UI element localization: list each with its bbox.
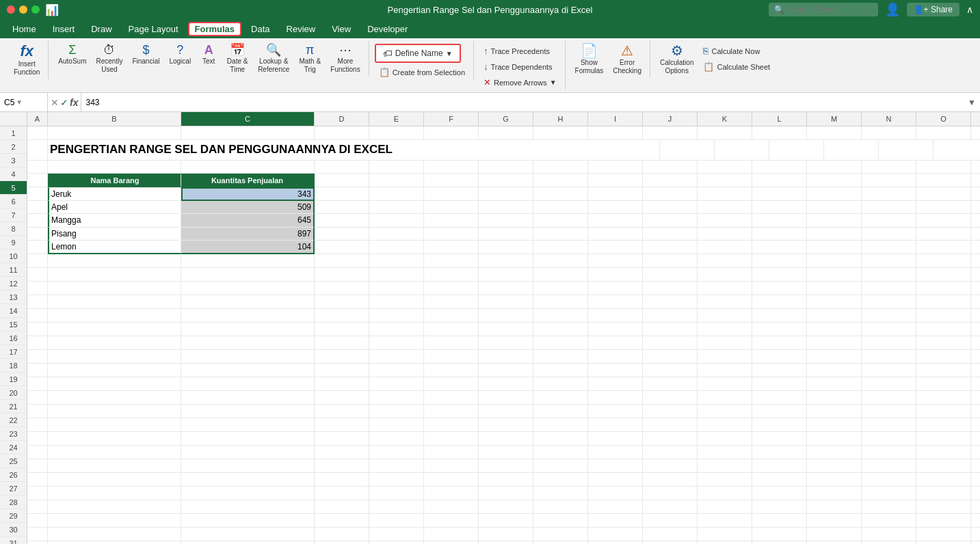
cell-b5[interactable]: Jeruk <box>48 187 181 201</box>
cell-n7[interactable] <box>862 214 916 228</box>
cell-j12[interactable] <box>643 282 698 295</box>
cell-m27[interactable] <box>807 487 862 500</box>
cell-i5[interactable] <box>588 187 643 201</box>
cell-c9[interactable]: 104 <box>181 241 315 254</box>
cell-l25[interactable] <box>752 459 807 473</box>
cancel-formula-icon[interactable]: ✕ <box>51 97 59 108</box>
cell-g4[interactable] <box>479 174 533 187</box>
cell-e28[interactable] <box>369 500 424 514</box>
share-button[interactable]: 👤+ Share <box>907 3 959 16</box>
cell-e10[interactable] <box>369 254 424 268</box>
cell-i8[interactable] <box>588 228 643 241</box>
cell-f11[interactable] <box>424 268 479 282</box>
cell-l19[interactable] <box>752 377 807 391</box>
cell-p21[interactable] <box>971 405 980 418</box>
menu-data[interactable]: Data <box>244 22 276 36</box>
cell-e31[interactable] <box>369 541 424 544</box>
menu-review[interactable]: Review <box>280 22 323 36</box>
col-header-i[interactable]: I <box>588 112 643 126</box>
cell-p25[interactable] <box>971 459 980 473</box>
cell-c13[interactable] <box>181 295 315 309</box>
cell-c27[interactable] <box>181 487 315 500</box>
cell-m8[interactable] <box>807 228 862 241</box>
row-header-6[interactable]: 6 <box>0 195 27 208</box>
cell-a29[interactable] <box>27 514 48 528</box>
cell-m19[interactable] <box>807 377 862 391</box>
cell-c19[interactable] <box>181 377 315 391</box>
cell-p23[interactable] <box>971 432 980 446</box>
cell-b3[interactable] <box>48 161 181 174</box>
cell-j17[interactable] <box>643 350 698 364</box>
cell-c4-header[interactable]: Kuantitas Penjualan <box>181 174 315 187</box>
cell-m14[interactable] <box>807 309 862 323</box>
row-header-1[interactable]: 1 <box>0 126 27 140</box>
cell-a31[interactable] <box>27 541 48 544</box>
collapse-ribbon-button[interactable]: ∧ <box>966 4 973 15</box>
cell-d20[interactable] <box>315 391 369 405</box>
cell-b14[interactable] <box>48 309 181 323</box>
cell-a23[interactable] <box>27 432 48 446</box>
cell-m12[interactable] <box>807 282 862 295</box>
cell-i24[interactable] <box>588 446 643 459</box>
cell-a11[interactable] <box>27 268 48 282</box>
cell-o17[interactable] <box>916 350 971 364</box>
cell-f31[interactable] <box>424 541 479 544</box>
cell-m20[interactable] <box>807 391 862 405</box>
row-header-16[interactable]: 16 <box>0 331 27 345</box>
cell-i11[interactable] <box>588 268 643 282</box>
cell-d1[interactable] <box>315 126 369 140</box>
date-time-button[interactable]: 📅 Date &Time <box>222 41 252 77</box>
cell-e18[interactable] <box>369 364 424 377</box>
cell-m9[interactable] <box>807 241 862 254</box>
cell-i10[interactable] <box>588 254 643 268</box>
cell-e3[interactable] <box>369 161 424 174</box>
financial-button[interactable]: $ Financial <box>128 41 163 68</box>
cell-o16[interactable] <box>916 336 971 350</box>
cell-g13[interactable] <box>479 295 533 309</box>
cell-j19[interactable] <box>643 377 698 391</box>
col-header-o[interactable]: O <box>916 112 971 126</box>
cell-e17[interactable] <box>369 350 424 364</box>
col-header-a[interactable]: A <box>27 112 48 126</box>
cell-m26[interactable] <box>807 473 862 487</box>
cell-p8[interactable] <box>971 228 980 241</box>
error-checking-button[interactable]: ⚠ ErrorChecking <box>609 41 646 78</box>
row-header-26[interactable]: 26 <box>0 468 27 482</box>
cell-k24[interactable] <box>698 446 752 459</box>
cell-f15[interactable] <box>424 323 479 336</box>
cell-f12[interactable] <box>424 282 479 295</box>
cell-o7[interactable] <box>916 214 971 228</box>
cell-f20[interactable] <box>424 391 479 405</box>
cell-f26[interactable] <box>424 473 479 487</box>
cell-c12[interactable] <box>181 282 315 295</box>
cell-b16[interactable] <box>48 336 181 350</box>
cell-a12[interactable] <box>27 282 48 295</box>
cell-o13[interactable] <box>916 295 971 309</box>
cell-l17[interactable] <box>752 350 807 364</box>
cell-n31[interactable] <box>862 541 916 544</box>
cell-k20[interactable] <box>698 391 752 405</box>
cell-h5[interactable] <box>533 187 588 201</box>
cell-b9[interactable]: Lemon <box>48 241 181 254</box>
cell-g6[interactable] <box>479 201 533 215</box>
cell-a15[interactable] <box>27 323 48 336</box>
col-header-f[interactable]: F <box>424 112 479 126</box>
cell-c22[interactable] <box>181 418 315 432</box>
cell-e2[interactable] <box>715 140 769 161</box>
col-header-m[interactable]: M <box>807 112 862 126</box>
menu-home[interactable]: Home <box>5 22 43 36</box>
cell-c15[interactable] <box>181 323 315 336</box>
cell-g30[interactable] <box>479 528 533 541</box>
cell-p29[interactable] <box>971 514 980 528</box>
cell-e30[interactable] <box>369 528 424 541</box>
cell-o14[interactable] <box>916 309 971 323</box>
cell-g18[interactable] <box>479 364 533 377</box>
cell-p14[interactable] <box>971 309 980 323</box>
cell-k23[interactable] <box>698 432 752 446</box>
cell-f14[interactable] <box>424 309 479 323</box>
cell-l18[interactable] <box>752 364 807 377</box>
cell-o12[interactable] <box>916 282 971 295</box>
cell-n9[interactable] <box>862 241 916 254</box>
cell-m23[interactable] <box>807 432 862 446</box>
cell-e12[interactable] <box>369 282 424 295</box>
